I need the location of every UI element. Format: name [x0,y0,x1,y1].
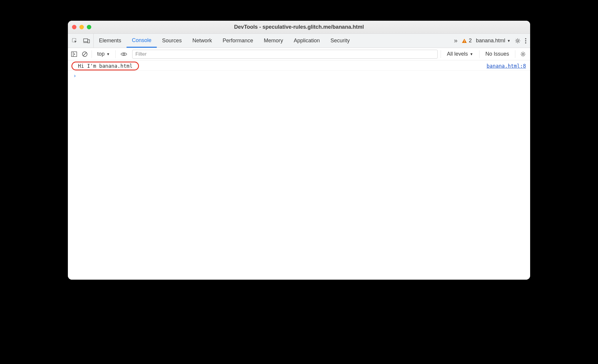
svg-point-7 [525,38,526,39]
console-settings-icon[interactable] [518,51,528,57]
log-message: Hi I'm banana.html [73,62,137,70]
device-toolbar-icon[interactable] [83,38,90,44]
warnings-count: 2 [469,38,472,44]
chevron-down-icon: ▼ [106,52,110,56]
svg-line-13 [83,52,87,56]
tab-performance[interactable]: Performance [217,34,258,48]
svg-rect-4 [464,40,465,41]
devtools-window: DevTools - speculative-rules.glitch.me/b… [68,21,530,280]
warnings-indicator[interactable]: 2 [462,38,472,44]
tab-sources[interactable]: Sources [157,34,187,48]
issues-label[interactable]: No Issues [482,51,512,57]
tab-application[interactable]: Application [288,34,325,48]
svg-point-6 [517,40,519,41]
chevron-down-icon: ▼ [507,39,511,43]
tab-elements[interactable]: Elements [94,34,127,48]
context-label: top [97,51,105,57]
close-window-button[interactable] [72,25,76,29]
svg-rect-5 [464,42,465,42]
target-label: banana.html [476,38,505,44]
chevron-down-icon: ▼ [470,52,473,56]
more-tabs-button[interactable]: » [454,37,458,45]
kebab-menu-icon[interactable] [525,38,527,44]
main-tabstrip: Elements Console Sources Network Perform… [68,34,530,48]
maximize-window-button[interactable] [87,25,91,29]
svg-point-8 [525,40,526,41]
traffic-lights [68,25,91,29]
minimize-window-button[interactable] [79,25,84,29]
log-row: Hi I'm banana.html banana.html:8 [68,62,530,71]
source-link[interactable]: banana.html:8 [487,63,526,69]
inspect-element-icon[interactable] [71,38,79,44]
filter-input[interactable] [132,50,438,59]
svg-point-9 [525,42,526,44]
execution-context-selector[interactable]: top ▼ [95,51,112,57]
svg-rect-1 [84,39,88,42]
console-prompt[interactable]: › [68,71,530,80]
target-selector[interactable]: banana.html ▼ [476,38,511,44]
clear-console-icon[interactable] [81,51,89,57]
tab-console[interactable]: Console [127,34,157,48]
settings-icon[interactable] [515,38,521,44]
console-toolbar: top ▼ All levels ▼ No Issues [68,48,530,60]
tab-memory[interactable]: Memory [258,34,288,48]
log-levels-selector[interactable]: All levels ▼ [444,51,476,57]
console-output: Hi I'm banana.html banana.html:8 › [68,60,530,280]
tab-security[interactable]: Security [325,34,355,48]
titlebar: DevTools - speculative-rules.glitch.me/b… [68,21,530,34]
window-title: DevTools - speculative-rules.glitch.me/b… [68,24,530,30]
prompt-chevron-icon: › [73,73,76,79]
tab-network[interactable]: Network [187,34,217,48]
live-expression-icon[interactable] [119,52,129,57]
svg-point-14 [123,53,125,55]
toggle-sidebar-icon[interactable] [70,51,78,57]
levels-label: All levels [447,51,468,57]
svg-point-15 [522,53,524,55]
warning-icon [462,38,467,44]
